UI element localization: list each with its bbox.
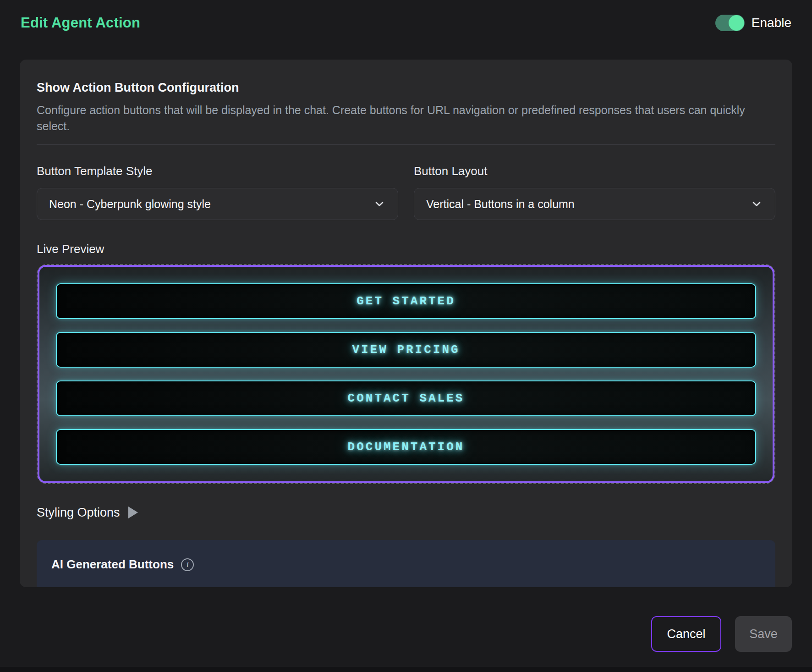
ai-generated-buttons-label: AI Generated Buttons [51,557,174,572]
ai-generated-buttons-panel: AI Generated Buttons i Manual Configurat… [37,540,775,587]
enable-label: Enable [752,16,791,30]
chevron-down-icon [373,198,386,210]
button-layout-field: Button Layout Vertical - Buttons in a co… [414,164,775,220]
styling-options-label: Styling Options [37,505,120,520]
section-title: Show Action Button Configuration [37,80,775,95]
preview-action-button[interactable]: DOCUMENTATION [56,429,756,465]
button-layout-label: Button Layout [414,164,775,178]
template-style-select[interactable]: Neon - Cyberpunk glowing style [37,188,398,220]
preview-button-label: GET STARTED [357,294,455,308]
modal-bottom-edge [0,667,812,672]
live-preview-canvas: GET STARTED VIEW PRICING CONTACT SALES D… [38,265,774,483]
preview-action-button[interactable]: CONTACT SALES [56,380,756,416]
modal-header: Edit Agent Action Enable [21,0,791,46]
live-preview-container: GET STARTED VIEW PRICING CONTACT SALES D… [37,264,775,484]
info-icon[interactable]: i [181,558,194,571]
toggle-knob-icon [729,15,744,31]
button-layout-select[interactable]: Vertical - Buttons in a column [414,188,775,220]
template-style-label: Button Template Style [37,164,398,178]
preview-button-label: VIEW PRICING [352,343,460,357]
styling-options-toggle[interactable]: Styling Options [37,505,138,520]
cancel-button[interactable]: Cancel [651,616,721,652]
dropdown-row: Button Template Style Neon - Cyberpunk g… [37,164,775,220]
section-description: Configure action buttons that will be di… [37,102,775,134]
divider [37,144,775,145]
preview-action-button[interactable]: VIEW PRICING [56,332,756,368]
page-title: Edit Agent Action [21,15,140,31]
save-button[interactable]: Save [735,616,792,652]
enable-toggle[interactable] [715,15,745,31]
enable-toggle-group: Enable [715,15,791,31]
preview-action-button[interactable]: GET STARTED [56,283,756,319]
button-layout-value: Vertical - Buttons in a column [426,198,575,211]
configuration-card: Show Action Button Configuration Configu… [20,60,792,587]
live-preview-label: Live Preview [37,242,775,256]
chevron-down-icon [750,198,763,210]
template-style-field: Button Template Style Neon - Cyberpunk g… [37,164,398,220]
manual-configuration-label: Manual Configuration [93,586,761,587]
triangle-right-icon [128,507,138,518]
preview-button-label: CONTACT SALES [348,391,465,405]
preview-button-label: DOCUMENTATION [348,440,465,454]
template-style-value: Neon - Cyberpunk glowing style [49,198,211,211]
ai-panel-header: AI Generated Buttons i [51,557,761,572]
